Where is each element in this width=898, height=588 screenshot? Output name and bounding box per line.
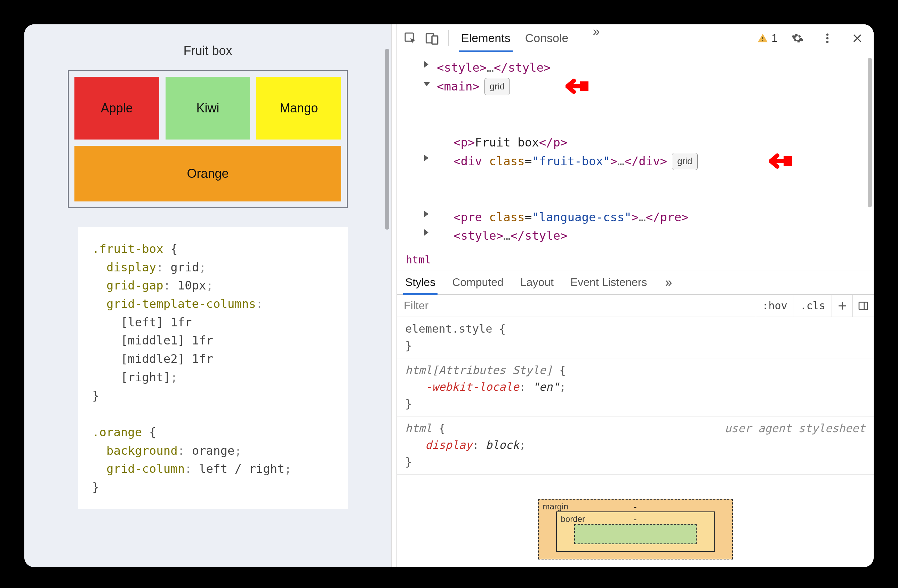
dom-node-main[interactable]: <main>grid [437,77,870,133]
tabs-overflow-icon[interactable]: » [593,25,600,52]
pane-splitter[interactable] [391,25,397,567]
styles-filter-row: Filter :hov .cls [397,295,873,317]
svg-rect-2 [432,36,438,44]
rule-origin: user agent stylesheet [724,420,865,437]
annotation-arrow-icon [566,78,590,95]
warnings-count: 1 [771,32,778,45]
styles-filter-input[interactable]: Filter [397,295,756,317]
rule-html-attributes[interactable]: html[Attributes Style] { -webkit-locale:… [397,359,873,417]
inspect-element-icon[interactable] [400,28,420,48]
svg-point-6 [826,34,829,36]
grid-badge[interactable]: grid [672,153,697,170]
dom-node-p[interactable]: <p>Fruit box</p> [437,133,870,152]
preview-scrollbar-thumb[interactable] [385,49,389,229]
css-code-block: .fruit-box { display: grid; grid-gap: 10… [78,227,348,509]
fruit-mango: Mango [256,77,341,140]
rule-html-ua[interactable]: user agent stylesheet html { display: bl… [397,417,873,474]
svg-rect-9 [859,302,867,309]
svg-rect-4 [763,37,763,39]
cls-toggle[interactable]: .cls [794,295,832,317]
dom-node-div-fruitbox[interactable]: <div class="fruit-box">…</div>grid [437,152,870,208]
box-model-diagram[interactable]: margin - border - [397,474,873,567]
subtab-event-listeners[interactable]: Event Listeners [570,276,648,289]
subtab-layout[interactable]: Layout [520,276,554,289]
page-title: Fruit box [68,43,348,58]
subtab-styles[interactable]: Styles [404,276,436,289]
style-rules-list[interactable]: element.style {} html[Attributes Style] … [397,317,873,474]
new-style-rule-icon[interactable] [832,295,853,317]
kebab-menu-icon[interactable] [817,28,838,48]
tab-console[interactable]: Console [524,25,569,52]
subtabs-overflow-icon[interactable]: » [665,275,672,290]
elements-dom-tree[interactable]: <style>…</style> <main>grid <p>Fruit box… [397,52,873,249]
rule-element-style[interactable]: element.style {} [397,317,873,359]
dom-node-style[interactable]: <style>…</style> [437,58,870,77]
devtools-pane: Elements Console » 1 [397,25,873,567]
fruit-orange: Orange [74,146,341,202]
annotation-arrow-icon [769,153,793,169]
app-window: Fruit box Apple Kiwi Mango Orange .fruit… [25,25,873,567]
svg-point-8 [826,41,829,43]
close-icon[interactable] [847,28,867,48]
devtools-toolbar: Elements Console » 1 [397,25,873,52]
dom-node-pre[interactable]: <pre class="language-css">…</pre> [437,208,870,227]
hov-toggle[interactable]: :hov [756,295,794,317]
grid-badge[interactable]: grid [484,78,510,95]
styles-subtabs: Styles Computed Layout Event Listeners » [397,270,873,295]
devtools-tabstrip: Elements Console » [460,25,600,52]
devtools-scrollbar-thumb[interactable] [868,58,872,207]
toggle-sidebar-icon[interactable] [853,295,873,317]
subtab-computed[interactable]: Computed [451,276,504,289]
fruit-kiwi: Kiwi [166,77,251,140]
breadcrumb: html [397,249,873,270]
device-toolbar-icon[interactable] [422,28,442,48]
page-preview-pane: Fruit box Apple Kiwi Mango Orange .fruit… [25,25,391,567]
dom-node-style2[interactable]: <style>…</style> [437,226,870,245]
gear-icon[interactable] [787,28,807,48]
breadcrumb-html[interactable]: html [397,249,440,270]
tab-elements[interactable]: Elements [460,25,511,52]
warnings-badge[interactable]: 1 [757,32,778,45]
fruit-apple: Apple [74,77,159,140]
box-model-border-label: border [561,514,585,524]
box-model-margin-label: margin [543,502,568,511]
fruit-box-grid: Apple Kiwi Mango Orange [68,70,348,208]
svg-rect-5 [763,40,763,41]
svg-point-7 [826,37,829,39]
